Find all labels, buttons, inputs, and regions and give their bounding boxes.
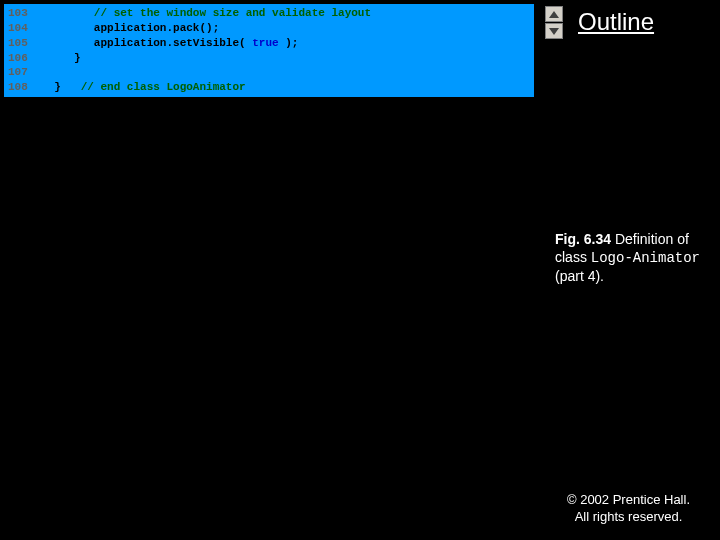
caption-classname: Logo-Animator <box>591 250 700 266</box>
code-block: 103 // set the window size and validate … <box>4 4 534 97</box>
code-line: 103 // set the window size and validate … <box>8 6 534 21</box>
figure-number: Fig. 6.34 <box>555 231 611 247</box>
code-line: 106 } <box>8 51 534 66</box>
caption-text-2: (part 4). <box>555 268 604 284</box>
code-line: 107 <box>8 65 534 80</box>
code-line: 104 application.pack(); <box>8 21 534 36</box>
nav-up-button[interactable] <box>545 6 563 22</box>
code-line: 105 application.setVisible( true ); <box>8 36 534 51</box>
svg-marker-0 <box>549 11 559 18</box>
copyright-line-2: All rights reserved. <box>567 509 690 526</box>
nav-buttons <box>545 6 563 39</box>
triangle-down-icon <box>549 28 559 35</box>
outline-heading[interactable]: Outline <box>578 8 654 36</box>
nav-down-button[interactable] <box>545 23 563 39</box>
copyright-notice: © 2002 Prentice Hall. All rights reserve… <box>567 492 690 526</box>
figure-caption: Fig. 6.34 Definition of class Logo-Anima… <box>555 230 715 286</box>
svg-marker-1 <box>549 28 559 35</box>
triangle-up-icon <box>549 11 559 18</box>
copyright-line-1: © 2002 Prentice Hall. <box>567 492 690 509</box>
code-line: 108 } // end class LogoAnimator <box>8 80 534 95</box>
